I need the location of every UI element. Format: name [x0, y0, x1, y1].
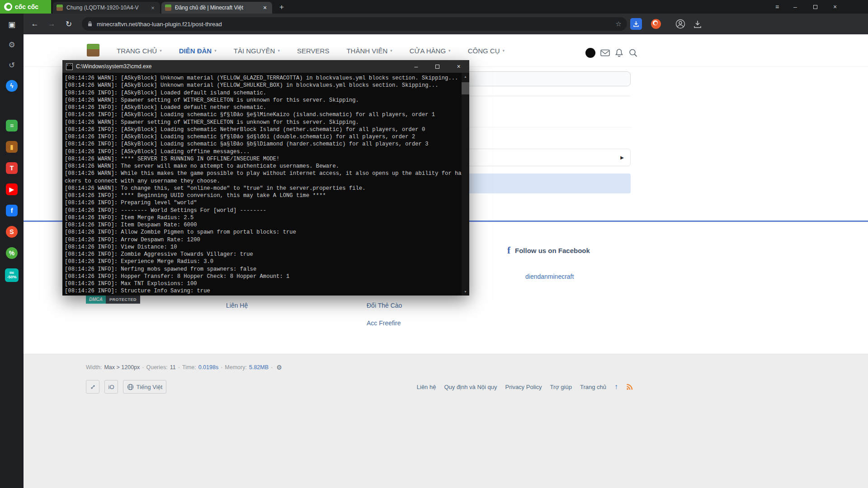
- shopee-icon[interactable]: S: [6, 226, 18, 238]
- cmd-maximize-button[interactable]: [427, 60, 448, 73]
- window-maximize-button[interactable]: [807, 0, 824, 14]
- nav-item-label: THÀNH VIÊN: [346, 47, 387, 55]
- expand-width-button[interactable]: [86, 380, 99, 394]
- site-logo[interactable]: [87, 44, 99, 56]
- news-shortcut-icon[interactable]: ▮: [6, 141, 18, 153]
- console-line: [08:14:26 WARN]: **** SERVER IS RUNNING …: [65, 155, 462, 163]
- dmca-badge[interactable]: DMCA PROTECTED: [86, 295, 140, 304]
- console-line: [08:14:26 INFO]: Max TNT Explosions: 100: [65, 280, 462, 287]
- mail-icon[interactable]: [600, 48, 610, 57]
- dmca-badge-right: PROTECTED: [106, 295, 140, 304]
- nav-item[interactable]: THÀNH VIÊN▾: [346, 47, 392, 55]
- baomoi-icon[interactable]: ≡: [6, 120, 18, 131]
- window-minimize-button[interactable]: –: [787, 0, 804, 14]
- expand-arrow-icon[interactable]: ▶: [620, 155, 624, 160]
- footer-link[interactable]: Privacy Policy: [505, 384, 542, 390]
- footer-link[interactable]: Liên hệ: [417, 384, 436, 390]
- browser-tab-2-active[interactable]: Đăng chủ đề | Minecraft Việt ×: [161, 2, 272, 14]
- console-line: [08:14:26 WARN]: The server will make no…: [65, 163, 462, 170]
- youtube-icon[interactable]: ▶: [6, 183, 18, 195]
- debug-memory-value: 5.82MB: [249, 364, 269, 371]
- footer-link[interactable]: Quy định và Nội quy: [444, 384, 497, 390]
- rss-icon[interactable]: [626, 384, 633, 390]
- nav-item[interactable]: CỬA HÀNG▾: [410, 47, 451, 55]
- downloads-tray-icon[interactable]: [693, 19, 703, 29]
- chevron-down-icon: ▾: [502, 48, 505, 53]
- profile-icon[interactable]: [675, 19, 685, 29]
- window-menu-icon[interactable]: ≡: [769, 0, 786, 14]
- debug-bar: Width: Max > 1200px · Queries: 11 · Time…: [86, 364, 282, 371]
- tab-close-icon[interactable]: ×: [261, 4, 269, 11]
- chevron-down-icon: ▾: [278, 48, 280, 53]
- address-bar[interactable]: minecraftvn.net/thao-luan-plugin.f21/pos…: [82, 17, 627, 31]
- youtube-icon-glyph: ▶: [9, 186, 14, 193]
- coccoc-menu-icon[interactable]: [651, 19, 661, 29]
- facebook-follow[interactable]: f Follow us on Facebook: [507, 246, 590, 255]
- brand-text: cốc cốc: [15, 3, 38, 10]
- messenger-icon[interactable]: ϟ: [6, 80, 18, 92]
- scroll-down-icon[interactable]: ▼: [462, 288, 469, 296]
- footer-widget-link-freefire[interactable]: Acc Freefire: [367, 319, 401, 327]
- avatar[interactable]: [585, 48, 595, 58]
- chevron-down-icon: ▾: [390, 48, 392, 53]
- language-label: Tiếng Việt: [137, 384, 163, 390]
- dashboard-icon[interactable]: ▣: [6, 19, 17, 30]
- chevron-down-icon: ▾: [448, 48, 451, 53]
- console-line: [08:14:26 INFO]: -------- World Settings…: [65, 207, 462, 214]
- console-line: [08:14:26 WARN]: [ASkyBlock] Unknown mat…: [65, 82, 462, 89]
- lock-icon: [87, 21, 93, 27]
- settings-gear-icon[interactable]: ⚙: [6, 39, 17, 50]
- tiki-sale-icon[interactable]: tiki-50%: [5, 268, 19, 282]
- scroll-top-button[interactable]: ↑: [614, 383, 618, 391]
- cmd-scrollbar[interactable]: ▲ ▼: [462, 73, 469, 296]
- console-output: [08:14:26 WARN]: [ASkyBlock] Unknown mat…: [62, 73, 462, 296]
- scrollbar-thumb[interactable]: [462, 82, 469, 94]
- language-button[interactable]: Tiếng Việt: [123, 380, 166, 394]
- browser-toolbar: ← → ↻ minecraftvn.net/thao-luan-plugin.f…: [24, 14, 868, 34]
- cmd-minimize-button[interactable]: –: [406, 60, 427, 73]
- footer-links: Liên hệQuy định và Nội quyPrivacy Policy…: [417, 384, 606, 390]
- t-shortcut-icon[interactable]: T: [6, 162, 18, 174]
- chevron-down-icon: ▾: [160, 48, 162, 53]
- new-tab-button[interactable]: +: [277, 2, 287, 12]
- download-icon: [633, 21, 639, 27]
- console-line: [08:14:26 INFO]: Item Despawn Rate: 6000: [65, 221, 462, 229]
- bell-icon[interactable]: [614, 48, 624, 57]
- back-button[interactable]: ←: [28, 14, 42, 34]
- nav-item[interactable]: DIỄN ĐÀN▾: [179, 47, 217, 55]
- download-manager-button[interactable]: [630, 18, 642, 30]
- reload-button[interactable]: ↻: [61, 14, 76, 34]
- footer-link[interactable]: Trang chủ: [580, 384, 606, 390]
- footer-widget-link-contact[interactable]: Liên Hệ: [226, 302, 248, 309]
- style-variation-button[interactable]: iO: [104, 380, 118, 394]
- facebook-shortcut-icon[interactable]: f: [6, 205, 18, 216]
- nav-item[interactable]: CÔNG CỤ▾: [468, 47, 505, 55]
- nav-item[interactable]: TRANG CHỦ▾: [117, 47, 162, 55]
- nav-item-label: CỬA HÀNG: [410, 47, 446, 55]
- tab-close-icon[interactable]: ×: [149, 5, 156, 11]
- console-line: [08:14:26 INFO]: Experience Merge Radius…: [65, 258, 462, 265]
- search-icon[interactable]: [628, 48, 638, 57]
- forward-button[interactable]: →: [44, 14, 59, 34]
- cmd-close-button[interactable]: ×: [448, 60, 469, 73]
- console-line: [08:14:26 WARN]: While this makes the ga…: [65, 170, 462, 177]
- cmd-window[interactable]: C:\ C:\Windows\system32\cmd.exe – × [08:…: [62, 60, 469, 296]
- nav-item[interactable]: SERVERS: [297, 47, 329, 55]
- window-close-button[interactable]: ×: [826, 0, 844, 14]
- history-icon-glyph: ↺: [9, 61, 15, 70]
- debug-gear-icon[interactable]: ⚙: [276, 364, 282, 371]
- coccoc-brand[interactable]: cốc cốc: [0, 0, 51, 14]
- bookmark-star-icon[interactable]: ☆: [616, 20, 622, 28]
- deal-icon[interactable]: %: [6, 247, 18, 259]
- history-icon[interactable]: ↺: [6, 60, 17, 70]
- nav-item[interactable]: TÀI NGUYÊN▾: [234, 47, 280, 55]
- url-text[interactable]: minecraftvn.net/thao-luan-plugin.f21/pos…: [97, 21, 612, 28]
- browser-tab-1[interactable]: Chung (LQDTM-1920-10A4-V ×: [53, 2, 160, 14]
- console-line: [08:14:26 WARN]: To change this, set "on…: [65, 185, 462, 192]
- footer-link[interactable]: Trợ giúp: [550, 384, 572, 390]
- facebook-page-link[interactable]: diendanminecraft: [525, 273, 574, 280]
- debug-width-label: Width:: [86, 364, 102, 371]
- footer-widget-link-card[interactable]: Đổi Thẻ Cào: [367, 302, 402, 309]
- sidebar-shortcuts: ▣⚙↺ϟ≡▮T▶fS%tiki-50%: [0, 14, 24, 488]
- scroll-up-icon[interactable]: ▲: [462, 73, 469, 80]
